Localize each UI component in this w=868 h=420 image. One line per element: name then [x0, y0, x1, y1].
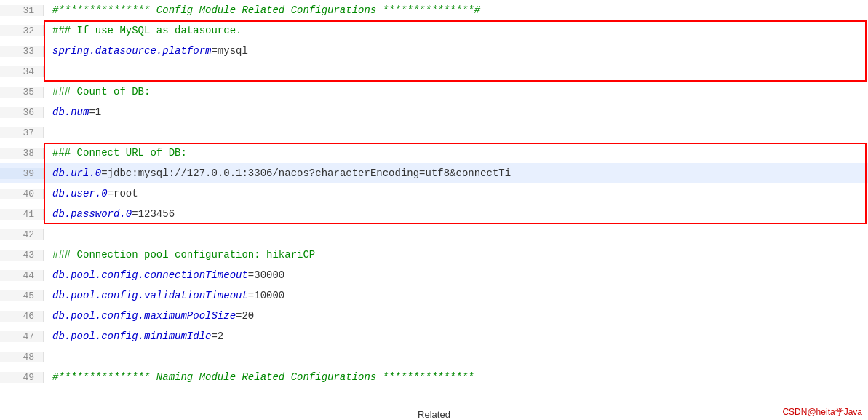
line-36-key: db.num — [52, 106, 89, 118]
line-43-text: ### Connection pool configuration: hikar… — [52, 249, 315, 261]
line-number-35: 35 — [0, 87, 44, 98]
line-content-38: ### Connect URL of DB: — [44, 147, 868, 159]
line-41-equals: = — [132, 208, 138, 220]
line-number-31: 31 — [0, 5, 44, 16]
line-number-40: 40 — [0, 189, 44, 199]
line-31-text: #*************** Config Module Related C… — [52, 4, 480, 16]
watermark: CSDN@heita学Java — [782, 406, 862, 419]
line-content-46: db.pool.config.maximumPoolSize=20 — [44, 310, 868, 322]
code-area: 31 #*************** Config Module Relate… — [0, 0, 868, 420]
line-31: 31 #*************** Config Module Relate… — [0, 0, 868, 20]
line-40: 40 db.user.0=root — [0, 183, 868, 204]
line-number-42: 42 — [0, 229, 44, 240]
line-46-equals: = — [236, 310, 242, 322]
line-41-value: 123456 — [138, 208, 175, 220]
line-number-38: 38 — [0, 148, 44, 159]
line-44-value: 30000 — [254, 269, 284, 281]
watermark-text: CSDN@heita学Java — [782, 407, 862, 417]
line-content-35: ### Count of DB: — [44, 86, 868, 98]
line-44-equals: = — [248, 269, 254, 281]
line-36: 36 db.num=1 — [0, 102, 868, 122]
line-47: 47 db.pool.config.minimumIdle=2 — [0, 326, 868, 346]
line-number-43: 43 — [0, 250, 44, 261]
line-38: 38 ### Connect URL of DB: — [0, 143, 868, 163]
line-content-40: db.user.0=root — [44, 188, 868, 199]
line-46: 46 db.pool.config.maximumPoolSize=20 — [0, 306, 868, 326]
line-content-44: db.pool.config.connectionTimeout=30000 — [44, 269, 868, 281]
line-49-text: #*************** Naming Module Related C… — [52, 371, 474, 383]
line-47-key: db.pool.config.minimumIdle — [52, 330, 211, 342]
line-number-49: 49 — [0, 372, 44, 383]
line-33-value: mysql — [218, 45, 248, 57]
line-32: 32 ### If use MySQL as datasource. — [0, 20, 868, 41]
line-49: 49 #*************** Naming Module Relate… — [0, 367, 868, 387]
code-container: 31 #*************** Config Module Relate… — [0, 0, 868, 420]
line-33: 33 spring.datasource.platform=mysql — [0, 41, 868, 61]
line-44-key: db.pool.config.connectionTimeout — [52, 269, 248, 281]
line-35-text: ### Count of DB: — [52, 86, 150, 98]
line-content-43: ### Connection pool configuration: hikar… — [44, 249, 868, 261]
line-number-33: 33 — [0, 46, 44, 57]
line-content-45: db.pool.config.validationTimeout=10000 — [44, 290, 868, 301]
line-40-key: db.user.0 — [52, 188, 108, 199]
line-38-text: ### Connect URL of DB: — [52, 147, 187, 159]
line-32-text: ### If use MySQL as datasource. — [52, 25, 242, 36]
line-content-32: ### If use MySQL as datasource. — [44, 25, 868, 36]
line-45-key: db.pool.config.validationTimeout — [52, 290, 248, 301]
line-number-37: 37 — [0, 127, 44, 138]
line-39-equals: = — [101, 167, 107, 179]
line-40-value: root — [114, 188, 138, 199]
line-content-33: spring.datasource.platform=mysql — [44, 45, 868, 57]
line-44: 44 db.pool.config.connectionTimeout=3000… — [0, 265, 868, 285]
line-45: 45 db.pool.config.validationTimeout=1000… — [0, 285, 868, 306]
line-48: 48 — [0, 346, 868, 367]
line-41-key: db.password.0 — [52, 208, 132, 220]
line-36-equals: = — [89, 106, 95, 118]
line-number-32: 32 — [0, 25, 44, 36]
line-45-value: 10000 — [254, 290, 284, 301]
line-47-value: 2 — [218, 330, 223, 342]
line-46-key: db.pool.config.maximumPoolSize — [52, 310, 236, 322]
line-content-36: db.num=1 — [44, 106, 868, 118]
line-number-36: 36 — [0, 107, 44, 118]
line-46-value: 20 — [242, 310, 254, 322]
line-37: 37 — [0, 122, 868, 143]
line-39: 39 db.url.0=jdbc:mysql://127.0.0.1:3306/… — [0, 163, 868, 183]
line-number-48: 48 — [0, 352, 44, 362]
line-number-46: 46 — [0, 311, 44, 322]
line-content-47: db.pool.config.minimumIdle=2 — [44, 330, 868, 342]
line-content-49: #*************** Naming Module Related C… — [44, 371, 868, 383]
line-43: 43 ### Connection pool configuration: hi… — [0, 245, 868, 265]
line-number-39: 39 — [0, 168, 44, 179]
line-number-44: 44 — [0, 270, 44, 281]
line-number-34: 34 — [0, 66, 44, 77]
line-35: 35 ### Count of DB: — [0, 82, 868, 102]
line-34: 34 — [0, 61, 868, 82]
line-40-equals: = — [108, 188, 114, 199]
bottom-related-label: Related — [418, 409, 450, 420]
line-41: 41 db.password.0=123456 — [0, 204, 868, 224]
line-36-value: 1 — [95, 106, 101, 118]
line-content-41: db.password.0=123456 — [44, 208, 868, 220]
line-number-41: 41 — [0, 209, 44, 220]
line-39-key: db.url.0 — [52, 167, 101, 179]
line-number-47: 47 — [0, 331, 44, 342]
line-47-equals: = — [211, 330, 217, 342]
line-33-key: spring.datasource.platform — [52, 45, 211, 57]
line-number-45: 45 — [0, 290, 44, 301]
line-content-31: #*************** Config Module Related C… — [44, 4, 868, 16]
line-42: 42 — [0, 224, 868, 245]
line-45-equals: = — [248, 290, 254, 301]
line-33-equals: = — [211, 45, 217, 57]
line-39-value: jdbc:mysql://127.0.0.1:3306/nacos?charac… — [108, 167, 511, 179]
line-content-39: db.url.0=jdbc:mysql://127.0.0.1:3306/nac… — [44, 167, 868, 179]
